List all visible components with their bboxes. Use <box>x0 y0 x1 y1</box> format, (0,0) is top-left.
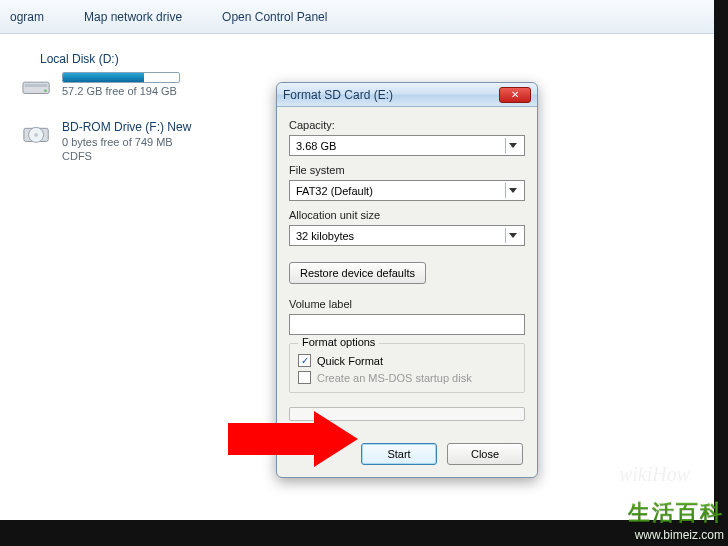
file-system-combo[interactable]: FAT32 (Default) <box>289 180 525 201</box>
dialog-title: Format SD Card (E:) <box>283 88 493 102</box>
optical-disc-icon <box>22 120 52 146</box>
quick-format-row[interactable]: Quick Format <box>298 354 516 367</box>
drive-free-text: 57.2 GB free of 194 GB <box>62 85 180 97</box>
chevron-down-icon <box>505 138 520 153</box>
drive-heading-local-d[interactable]: Local Disk (D:) <box>18 48 696 70</box>
svg-point-2 <box>44 89 46 91</box>
toolbar-item-program[interactable]: ogram <box>4 0 50 33</box>
drive-filesystem: CDFS <box>62 150 191 162</box>
toolbar-item-open-control-panel[interactable]: Open Control Panel <box>216 0 333 33</box>
chevron-down-icon <box>505 228 520 243</box>
close-button[interactable]: Close <box>447 443 523 465</box>
toolbar-item-map-network-drive[interactable]: Map network drive <box>78 0 188 33</box>
drive-info: BD-ROM Drive (F:) New 0 bytes free of 74… <box>62 120 191 162</box>
format-dialog: Format SD Card (E:) ✕ Capacity: 3.68 GB … <box>276 82 538 478</box>
close-icon[interactable]: ✕ <box>499 87 531 103</box>
watermark-cn: 生活百科 <box>628 498 724 528</box>
site-watermark: 生活百科 www.bimeiz.com <box>628 498 724 542</box>
dialog-footer: Start Close <box>277 435 537 477</box>
allocation-unit-combo[interactable]: 32 kilobytes <box>289 225 525 246</box>
format-options-caption: Format options <box>298 336 379 348</box>
restore-defaults-button[interactable]: Restore device defaults <box>289 262 426 284</box>
start-button[interactable]: Start <box>361 443 437 465</box>
svg-rect-1 <box>25 84 48 87</box>
dialog-body: Capacity: 3.68 GB File system FAT32 (Def… <box>277 107 537 435</box>
allocation-unit-value: 32 kilobytes <box>296 230 354 242</box>
msdos-startup-label: Create an MS-DOS startup disk <box>317 372 472 384</box>
drive-free-text: 0 bytes free of 749 MB <box>62 136 191 148</box>
volume-label-input[interactable] <box>289 314 525 335</box>
label-file-system: File system <box>289 164 525 176</box>
capacity-bar <box>62 72 180 83</box>
monitor-bezel: ogram Map network drive Open Control Pan… <box>0 0 728 546</box>
format-progress-bar <box>289 407 525 421</box>
capacity-fill <box>63 73 144 82</box>
quick-format-label: Quick Format <box>317 355 383 367</box>
chevron-down-icon <box>505 183 520 198</box>
explorer-window: ogram Map network drive Open Control Pan… <box>0 0 714 520</box>
hard-disk-icon <box>22 72 52 98</box>
wikihow-watermark: wikiHow <box>619 463 690 486</box>
toolbar: ogram Map network drive Open Control Pan… <box>0 0 714 34</box>
msdos-startup-row: Create an MS-DOS startup disk <box>298 371 516 384</box>
drive-heading-bdrom-f: BD-ROM Drive (F:) New <box>62 120 191 134</box>
format-options-group: Format options Quick Format Create an MS… <box>289 343 525 393</box>
label-capacity: Capacity: <box>289 119 525 131</box>
dialog-titlebar[interactable]: Format SD Card (E:) ✕ <box>277 83 537 107</box>
quick-format-checkbox[interactable] <box>298 354 311 367</box>
file-system-value: FAT32 (Default) <box>296 185 373 197</box>
label-volume-label: Volume label <box>289 298 525 310</box>
svg-point-5 <box>34 133 38 137</box>
capacity-combo[interactable]: 3.68 GB <box>289 135 525 156</box>
label-allocation-unit: Allocation unit size <box>289 209 525 221</box>
capacity-value: 3.68 GB <box>296 140 336 152</box>
drive-info: 57.2 GB free of 194 GB <box>62 72 180 97</box>
watermark-url: www.bimeiz.com <box>628 528 724 542</box>
msdos-startup-checkbox <box>298 371 311 384</box>
